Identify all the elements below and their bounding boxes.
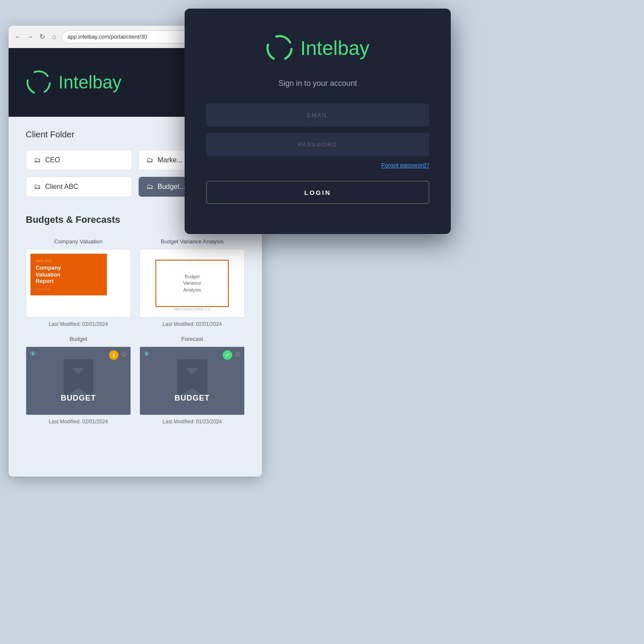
item-thumbnail-company-valuation[interactable]: June 2023 CompanyValuationReport — — — — — [26, 249, 131, 318]
url-text: app.intelbay.com/portal/client/30 — [67, 33, 147, 40]
bookmark-notch — [72, 368, 85, 380]
svg-point-1 — [267, 36, 292, 60]
bv-title: BudgetVarianceAnalysis — [183, 273, 201, 293]
item-label: Budget Variance Analysis — [161, 238, 223, 245]
password-input[interactable] — [206, 133, 429, 156]
budget-label-text: BUDGET — [61, 394, 96, 403]
folder-icon: 🗂 — [146, 156, 153, 164]
gear-icon[interactable]: ⚙ — [235, 350, 241, 360]
item-card-budget: Budget BUDGET 👁 i ⚙ — [26, 336, 131, 425]
modal-logo-colored: bay — [337, 37, 369, 59]
bookmark-shape — [177, 359, 207, 398]
home-button[interactable]: ⌂ — [50, 33, 58, 41]
card-icons: i ⚙ — [109, 350, 127, 360]
bookmark-notch — [186, 368, 199, 380]
modal-logo: Intelbay — [266, 34, 369, 62]
login-button[interactable]: LOGIN — [206, 181, 429, 204]
forecast-label-text: BUDGET — [175, 394, 210, 403]
item-label: Budget — [70, 336, 87, 342]
modal-logo-plain: Intel — [300, 37, 337, 59]
svg-point-0 — [27, 71, 50, 94]
folder-name: CEO — [45, 156, 60, 164]
folder-icon: 🗂 — [34, 183, 41, 191]
logo-text: Intelbay — [58, 72, 122, 93]
cv-title: CompanyValuationReport — [36, 264, 102, 285]
gear-icon[interactable]: ⚙ — [121, 350, 127, 360]
eye-icon[interactable]: 👁 — [143, 350, 150, 358]
intelbay-logo-icon — [26, 70, 52, 95]
item-card-company-valuation: Company Valuation June 2023 CompanyValua… — [26, 238, 131, 327]
item-thumbnail-budget-variance[interactable]: BudgetVarianceAnalysis OBO DEVELOPER LLC — [140, 249, 245, 318]
folder-name: Budget... — [158, 183, 185, 191]
item-thumbnail-forecast[interactable]: BUDGET 👁 ✓ ⚙ — [140, 346, 245, 415]
item-card-forecast: Forecast BUDGET 👁 ✓ ⚙ — [140, 336, 245, 425]
item-thumbnail-budget[interactable]: BUDGET 👁 i ⚙ — [26, 346, 131, 415]
eye-icon[interactable]: 👁 — [30, 350, 36, 358]
login-modal: Intelbay Sign in to your account Forgot … — [185, 9, 451, 234]
folder-item-client-abc[interactable]: 🗂 Client ABC — [26, 176, 132, 197]
folder-item-ceo[interactable]: 🗂 CEO — [26, 150, 132, 170]
logo-colored: bay — [92, 72, 122, 92]
logo-plain: Intel — [58, 72, 92, 92]
item-label: Forecast — [181, 336, 203, 342]
logo-container: Intelbay — [26, 70, 122, 95]
card-icons-left: 👁 — [30, 350, 36, 358]
item-modified: Last Modified: 02/01/2024 — [49, 419, 108, 425]
item-label: Company Valuation — [54, 238, 103, 245]
folder-icon: 🗂 — [146, 183, 153, 191]
check-icon[interactable]: ✓ — [223, 350, 232, 360]
item-card-budget-variance: Budget Variance Analysis BudgetVarianceA… — [140, 238, 245, 327]
folder-name: Marke... — [158, 156, 182, 164]
item-modified: Last Modified: 01/23/2024 — [162, 419, 222, 425]
folder-icon: 🗂 — [34, 156, 41, 164]
modal-logo-text: Intelbay — [300, 36, 369, 60]
item-modified: Last Modified: 02/01/2024 — [49, 321, 108, 327]
cv-date: June 2023 — [36, 259, 102, 263]
reload-button[interactable]: ↻ — [38, 33, 46, 41]
bookmark-shape — [64, 359, 94, 398]
card-icons-left: 👁 — [143, 350, 150, 358]
card-icons: ✓ ⚙ — [223, 350, 241, 360]
info-icon[interactable]: i — [109, 350, 118, 360]
back-button[interactable]: ← — [14, 33, 22, 41]
email-input[interactable] — [206, 103, 429, 127]
items-grid: Company Valuation June 2023 CompanyValua… — [26, 238, 245, 425]
bv-developer: OBO DEVELOPER LLC — [174, 307, 211, 311]
cv-subtitle: — — — — — [36, 287, 102, 290]
modal-subtitle: Sign in to your account — [278, 79, 357, 88]
item-modified: Last Modified: 02/01/2024 — [162, 321, 222, 327]
forgot-password-link[interactable]: Forgot password? — [381, 162, 429, 169]
folder-name: Client ABC — [45, 183, 78, 191]
forward-button[interactable]: → — [26, 33, 34, 41]
modal-logo-icon — [266, 34, 293, 62]
